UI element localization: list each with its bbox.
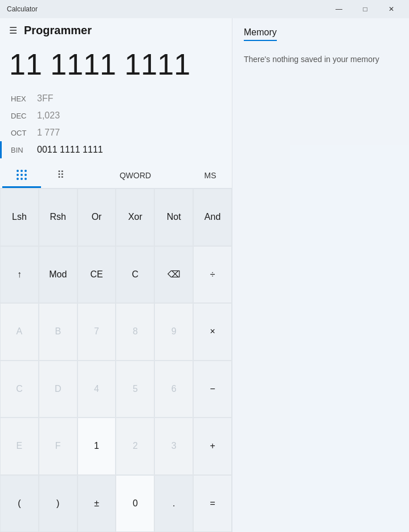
c-button[interactable]: C	[0, 361, 39, 418]
memory-panel: Memory There's nothing saved in your mem…	[232, 18, 409, 532]
bin-value: 0011 1111 1111	[37, 145, 103, 155]
backspace-button[interactable]: ⌫	[154, 246, 193, 303]
btn-row-4: C D 4 5 6 −	[0, 361, 232, 418]
btn-row-3: A B 7 8 9 ×	[0, 303, 232, 360]
btn-row-2: ↑ Mod CE C ⌫ ÷	[0, 246, 232, 303]
memory-tab-label[interactable]: Memory	[244, 27, 277, 41]
bin-label: BIN	[11, 146, 28, 154]
main-display: 11 1111 1111	[9, 44, 223, 88]
dots-grid-button[interactable]	[2, 163, 41, 188]
not-button[interactable]: Not	[154, 189, 193, 245]
keypad-toolbar: ⠿ QWORD MS	[0, 163, 232, 189]
subtract-button[interactable]: −	[193, 361, 232, 418]
maximize-button[interactable]: □	[352, 0, 378, 18]
bases-area: HEX 3FF DEC 1,023 OCT 1 777 BIN 0011 111…	[0, 90, 232, 163]
dec-value: 1,023	[37, 111, 60, 121]
calculator-panel: ☰ Programmer 11 1111 1111 HEX 3FF DEC 1,…	[0, 18, 232, 532]
hex-value: 3FF	[37, 93, 53, 104]
dec-label: DEC	[11, 112, 28, 120]
rsh-button[interactable]: Rsh	[39, 189, 77, 245]
5-button[interactable]: 5	[116, 361, 154, 418]
display-area: 11 1111 1111	[0, 39, 232, 90]
a-button[interactable]: A	[0, 303, 39, 360]
oct-value: 1 777	[37, 128, 60, 138]
memory-store-button[interactable]: MS	[191, 163, 230, 188]
7-button[interactable]: 7	[77, 303, 116, 360]
memory-tab: Memory	[244, 27, 398, 41]
lsh-button[interactable]: Lsh	[0, 189, 39, 245]
calc-header: ☰ Programmer	[0, 18, 232, 39]
multiply-button[interactable]: ×	[193, 303, 232, 360]
close-button[interactable]: ✕	[378, 0, 404, 18]
add-button[interactable]: +	[193, 418, 232, 474]
bitfield-button[interactable]: ⠿	[41, 163, 80, 188]
and-button[interactable]: And	[193, 189, 232, 245]
or-button[interactable]: Or	[77, 189, 116, 245]
bin-row[interactable]: BIN 0011 1111 1111	[0, 141, 232, 158]
hex-label: HEX	[11, 95, 28, 103]
3-button[interactable]: 3	[154, 418, 193, 474]
hex-row[interactable]: HEX 3FF	[0, 90, 232, 107]
btn-row-1: Lsh Rsh Or Xor Not And	[0, 189, 232, 245]
dec-row[interactable]: DEC 1,023	[0, 107, 232, 124]
b-button[interactable]: B	[39, 303, 77, 360]
oct-row[interactable]: OCT 1 777	[0, 124, 232, 141]
divide-button[interactable]: ÷	[193, 246, 232, 303]
btn-row-6: ( ) ± 0 . =	[0, 475, 232, 532]
shift-button[interactable]: ↑	[0, 246, 39, 303]
ce-button[interactable]: CE	[77, 246, 116, 303]
main-container: ☰ Programmer 11 1111 1111 HEX 3FF DEC 1,…	[0, 18, 409, 532]
xor-button[interactable]: Xor	[116, 189, 154, 245]
f-button[interactable]: F	[39, 418, 77, 474]
minimize-button[interactable]: —	[326, 0, 352, 18]
oct-label: OCT	[11, 129, 28, 137]
open-paren-button[interactable]: (	[0, 475, 39, 532]
6-button[interactable]: 6	[154, 361, 193, 418]
decimal-button[interactable]: .	[154, 475, 193, 532]
e-button[interactable]: E	[0, 418, 39, 474]
plusminus-button[interactable]: ±	[77, 475, 116, 532]
button-grid: Lsh Rsh Or Xor Not And ↑ Mod CE C ⌫ ÷ A …	[0, 189, 232, 532]
calc-mode-title: Programmer	[24, 24, 92, 37]
mod-button[interactable]: Mod	[39, 246, 77, 303]
4-button[interactable]: 4	[77, 361, 116, 418]
btn-row-5: E F 1 2 3 +	[0, 418, 232, 474]
window-controls: — □ ✕	[326, 0, 404, 18]
hamburger-menu-icon[interactable]: ☰	[9, 25, 17, 36]
word-mode-button[interactable]: QWORD	[80, 163, 191, 188]
memory-empty-message: There's nothing saved in your memory	[244, 55, 398, 64]
close-paren-button[interactable]: )	[39, 475, 77, 532]
dots-grid-icon	[17, 170, 27, 180]
equals-button[interactable]: =	[193, 475, 232, 532]
app-title: Calculator	[7, 5, 38, 13]
d-button[interactable]: D	[39, 361, 77, 418]
titlebar: Calculator — □ ✕	[0, 0, 409, 18]
8-button[interactable]: 8	[116, 303, 154, 360]
1-button[interactable]: 1	[77, 418, 116, 474]
bitfield-icon: ⠿	[57, 169, 64, 181]
2-button[interactable]: 2	[116, 418, 154, 474]
clear-button[interactable]: C	[116, 246, 154, 303]
9-button[interactable]: 9	[154, 303, 193, 360]
0-button[interactable]: 0	[116, 475, 154, 532]
